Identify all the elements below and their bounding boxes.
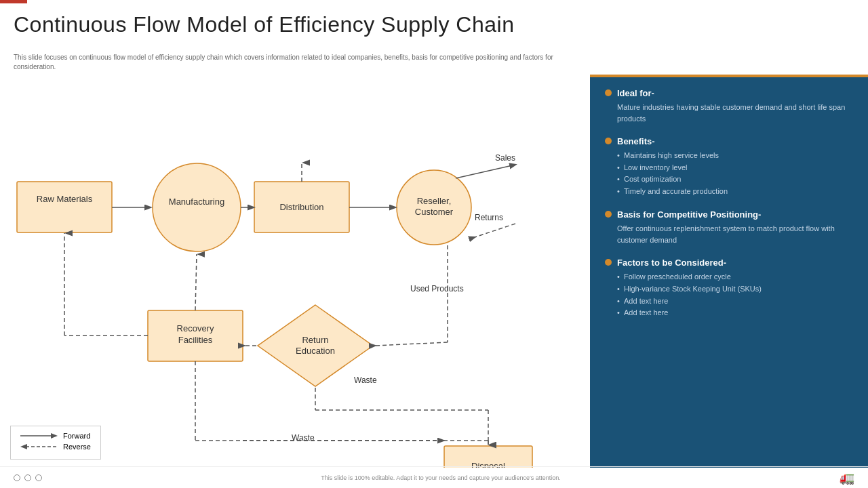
- benefit-item-2: Low inventory level: [617, 162, 853, 174]
- legend: Forward Reverse: [10, 426, 101, 460]
- svg-text:Waste: Waste: [354, 375, 377, 385]
- slide-dots: [14, 474, 42, 481]
- section-text-ideal: Mature industries having stable customer…: [617, 102, 853, 124]
- legend-forward: Forward: [20, 432, 91, 440]
- svg-marker-44: [51, 433, 58, 439]
- dot-1: [14, 474, 20, 481]
- bullet-dot-ideal: [605, 89, 612, 96]
- benefits-list: Maintains high service levels Low invent…: [617, 150, 853, 197]
- svg-text:Distribution: Distribution: [279, 202, 323, 212]
- panel-section-benefits: Benefits- Maintains high service levels …: [605, 136, 853, 197]
- factor-item-3: Add text here: [617, 296, 853, 308]
- section-title-benefits: Benefits-: [605, 136, 853, 146]
- right-panel: Ideal for- Mature industries having stab…: [590, 75, 868, 468]
- top-accent: [0, 0, 27, 3]
- dot-3: [35, 474, 42, 481]
- right-panel-accent: [590, 75, 868, 77]
- svg-line-28: [195, 254, 197, 310]
- factor-item-2: High-variance Stock Keeping Unit (SKUs): [617, 283, 853, 296]
- slide-title: Continuous Flow Model of Efficiency Supp…: [14, 12, 514, 37]
- legend-reverse: Reverse: [20, 443, 91, 451]
- benefit-item-1: Maintains high service levels: [617, 150, 853, 162]
- svg-line-26: [375, 342, 448, 346]
- legend-reverse-label: Reverse: [63, 443, 91, 451]
- bullet-dot-factors: [605, 259, 612, 266]
- bullet-dot-competitive: [605, 211, 612, 218]
- section-title-competitive: Basis for Competitive Positioning-: [605, 209, 853, 220]
- benefit-item-3: Cost optimization: [617, 174, 853, 186]
- svg-point-2: [153, 163, 241, 251]
- svg-text:Manufacturing: Manufacturing: [169, 197, 224, 207]
- bottom-bar: This slide is 100% editable. Adapt it to…: [0, 466, 868, 488]
- svg-rect-0: [17, 182, 112, 232]
- svg-text:Reseller,: Reseller,: [417, 196, 452, 206]
- svg-text:Returns: Returns: [475, 213, 503, 222]
- svg-line-20: [456, 165, 515, 178]
- legend-forward-label: Forward: [63, 432, 90, 440]
- panel-section-competitive: Basis for Competitive Positioning- Offer…: [605, 209, 853, 245]
- svg-marker-46: [20, 444, 27, 449]
- svg-text:Customer: Customer: [415, 207, 454, 217]
- bottom-text: This slide is 100% editable. Adapt it to…: [321, 474, 560, 481]
- bullet-dot-benefits: [605, 138, 612, 144]
- factor-item-1: Follow prescheduled order cycle: [617, 271, 853, 283]
- truck-icon: 🚛: [840, 470, 854, 485]
- benefit-item-4: Timely and accurate production: [617, 186, 853, 198]
- svg-text:Recovery: Recovery: [177, 323, 214, 333]
- svg-text:Used Products: Used Products: [410, 284, 464, 293]
- factor-item-4: Add text here: [617, 307, 853, 319]
- diagram-area: Raw Materials Manufacturing Distribution…: [0, 75, 590, 468]
- svg-text:Raw Materials: Raw Materials: [37, 194, 93, 204]
- panel-section-factors: Factors to be Considered- Follow presche…: [605, 258, 853, 319]
- section-title-ideal: Ideal for-: [605, 88, 853, 98]
- svg-text:Waste: Waste: [292, 433, 315, 443]
- svg-text:Facilities: Facilities: [178, 335, 213, 345]
- section-title-factors: Factors to be Considered-: [605, 258, 853, 268]
- svg-text:Sales: Sales: [495, 153, 515, 163]
- factors-list: Follow prescheduled order cycle High-var…: [617, 271, 853, 319]
- section-text-competitive: Offer continuous replenishment system to…: [617, 223, 853, 245]
- svg-text:Return: Return: [302, 335, 328, 345]
- slide-subtitle: This slide focuses on continuous flow mo…: [14, 53, 570, 72]
- dot-2: [24, 474, 31, 481]
- svg-text:Education: Education: [296, 346, 335, 356]
- svg-line-22: [475, 224, 515, 237]
- panel-section-ideal: Ideal for- Mature industries having stab…: [605, 88, 853, 124]
